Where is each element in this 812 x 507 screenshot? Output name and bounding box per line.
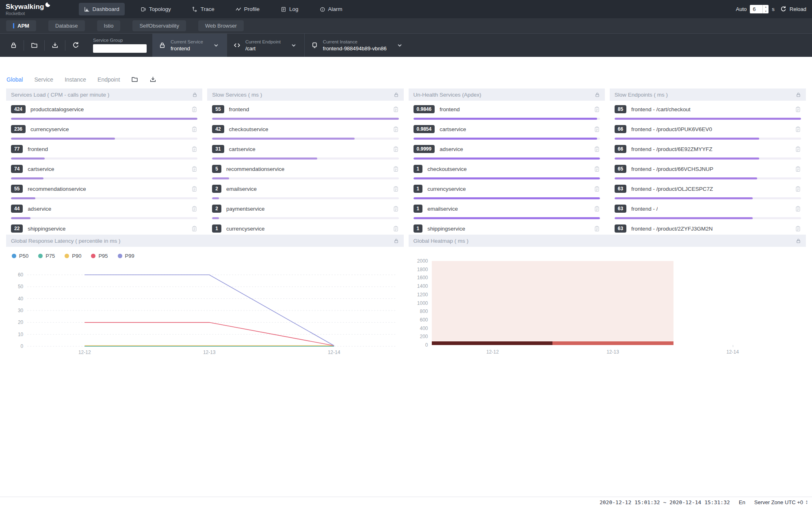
layer-tab-web-browser[interactable]: Web Browser <box>198 20 244 31</box>
layer-tab-label: Web Browser <box>205 23 237 29</box>
metric-bar-track <box>11 197 197 199</box>
zone-stepper[interactable]: ▲▼ <box>806 500 808 505</box>
layer-tab-database[interactable]: Database <box>48 20 85 31</box>
tab-endpoint[interactable]: Endpoint <box>97 76 120 83</box>
selector-label: Current Instance <box>323 39 387 44</box>
service-group-input[interactable] <box>93 44 147 53</box>
metric-bar-fill <box>615 118 801 120</box>
clipboard-icon[interactable] <box>393 166 399 172</box>
nav-item-topology[interactable]: Topology <box>135 3 176 15</box>
clipboard-icon[interactable] <box>191 126 197 132</box>
series-line-p95 <box>84 322 334 345</box>
selector-current-instance[interactable]: Current Instance frontend-988494b89-vbn8… <box>304 34 410 57</box>
reload-icon[interactable] <box>780 6 786 12</box>
clipboard-icon[interactable] <box>191 106 197 112</box>
latency-chart-panel: Global Response Latency ( percentile in … <box>6 235 404 360</box>
metric-item: 66 frontend - /product/0PUK6V6EV0 <box>615 124 801 140</box>
clipboard-icon[interactable] <box>795 166 801 172</box>
clipboard-icon[interactable] <box>795 206 801 212</box>
nav-item-profile[interactable]: Profile <box>230 3 265 15</box>
nav-item-alarm[interactable]: Alarm <box>314 3 348 15</box>
metric-bar-fill <box>615 217 753 219</box>
legend-p90[interactable]: P90 <box>65 253 81 259</box>
service-group-field: Service Group <box>93 34 147 57</box>
heatmap-y-tick: 1200 <box>410 292 428 298</box>
nav-item-log[interactable]: Log <box>275 3 304 15</box>
clipboard-icon[interactable] <box>795 186 801 192</box>
metric-bar-track <box>414 197 600 199</box>
metric-list: 55 frontend 42 checkoutservice 31 cartse… <box>207 101 403 235</box>
clipboard-icon[interactable] <box>393 226 399 232</box>
metric-value-badge: 424 <box>11 105 26 113</box>
legend-p95[interactable]: P95 <box>91 253 108 259</box>
metric-name: paymentservice <box>226 206 265 212</box>
time-range-picker[interactable]: 2020-12-12 15:01:32 ~ 2020-12-14 15:31:3… <box>600 499 730 505</box>
import-dashboard-button[interactable] <box>24 34 44 57</box>
clipboard-icon[interactable] <box>594 146 600 152</box>
metric-bar-fill <box>11 177 43 179</box>
metric-bar-fill <box>212 157 317 160</box>
tab-instance[interactable]: Instance <box>65 76 86 83</box>
clipboard-icon[interactable] <box>393 106 399 112</box>
clipboard-icon[interactable] <box>393 186 399 192</box>
clipboard-icon[interactable] <box>393 206 399 212</box>
lock-templates-button[interactable] <box>3 34 24 57</box>
seconds-label: s <box>772 6 775 12</box>
lock-icon[interactable] <box>595 92 600 97</box>
clipboard-icon[interactable] <box>795 146 801 152</box>
clipboard-icon[interactable] <box>191 206 197 212</box>
download-icon[interactable] <box>149 76 156 83</box>
metric-name: emailservice <box>427 206 458 212</box>
layer-tab-apm[interactable]: APM <box>6 20 36 31</box>
clipboard-icon[interactable] <box>594 206 600 212</box>
layer-tab-istio[interactable]: Istio <box>97 20 121 31</box>
lock-icon[interactable] <box>394 92 399 97</box>
legend-p75[interactable]: P75 <box>38 253 55 259</box>
folder-icon[interactable] <box>131 76 138 83</box>
clipboard-icon[interactable] <box>594 166 600 172</box>
lock-icon[interactable] <box>192 92 197 97</box>
clipboard-icon[interactable] <box>594 226 600 232</box>
heatmap-y-tick: 1400 <box>410 283 428 289</box>
metric-bar-fill <box>11 138 115 140</box>
metric-bar-fill <box>414 197 600 199</box>
lock-icon[interactable] <box>394 238 399 244</box>
metric-item: 66 frontend - /product/6E92ZMYYFZ <box>615 144 801 160</box>
tab-service[interactable]: Service <box>34 76 53 83</box>
metric-value-badge: 42 <box>212 125 224 133</box>
tab-global[interactable]: Global <box>6 76 23 83</box>
language-selector[interactable]: En <box>739 499 745 505</box>
metric-bar-fill <box>212 177 229 179</box>
clipboard-icon[interactable] <box>795 106 801 112</box>
clipboard-icon[interactable] <box>393 146 399 152</box>
clipboard-icon[interactable] <box>191 146 197 152</box>
metric-value-badge: 31 <box>212 145 224 153</box>
clipboard-icon[interactable] <box>191 166 197 172</box>
reload-label[interactable]: Reload <box>790 6 806 12</box>
clipboard-icon[interactable] <box>191 186 197 192</box>
legend-p50[interactable]: P50 <box>12 253 28 259</box>
interval-stepper[interactable]: ▲▼ <box>762 5 769 13</box>
clipboard-icon[interactable] <box>594 106 600 112</box>
selector-current-endpoint[interactable]: Current Endpoint /cart <box>227 34 304 57</box>
legend-p99[interactable]: P99 <box>118 253 134 259</box>
metric-item: 74 cartservice <box>11 164 197 179</box>
refresh-templates-button[interactable] <box>65 34 86 57</box>
auto-interval-input[interactable]: 6 ▲▼ <box>750 5 769 13</box>
metric-item: 55 frontend <box>212 104 398 120</box>
export-dashboard-button[interactable] <box>45 34 65 57</box>
clipboard-icon[interactable] <box>594 126 600 132</box>
svg-text:10: 10 <box>18 332 24 337</box>
metric-bar-fill <box>414 118 597 120</box>
clipboard-icon[interactable] <box>191 226 197 232</box>
clipboard-icon[interactable] <box>795 226 801 232</box>
lock-icon[interactable] <box>796 238 801 244</box>
layer-tab-selfobservability[interactable]: SelfObservability <box>132 20 186 31</box>
clipboard-icon[interactable] <box>393 126 399 132</box>
clipboard-icon[interactable] <box>795 126 801 132</box>
lock-icon[interactable] <box>796 92 801 97</box>
nav-item-trace[interactable]: Trace <box>187 3 220 15</box>
selector-current-service[interactable]: Current Service frontend <box>152 34 227 57</box>
clipboard-icon[interactable] <box>594 186 600 192</box>
nav-item-dashboard[interactable]: Dashboard <box>79 3 125 15</box>
